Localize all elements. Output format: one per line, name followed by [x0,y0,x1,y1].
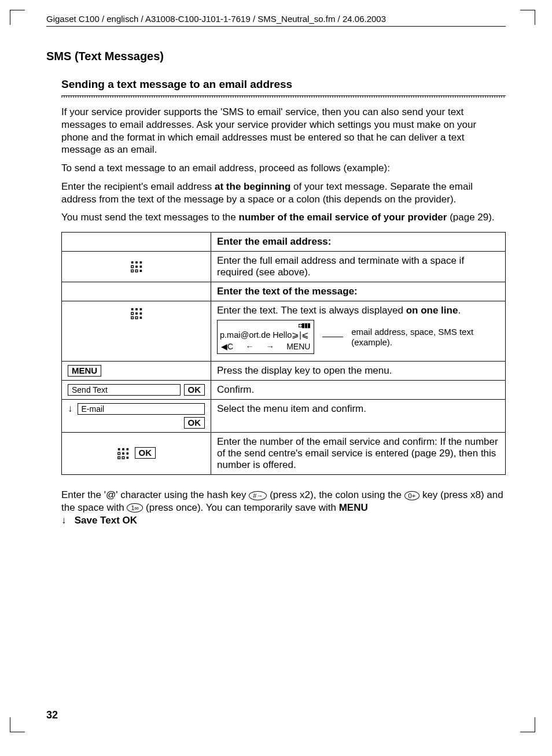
step-heading: Enter the text of the message: [211,282,506,301]
lcd-arrow-right-icon: → [266,342,274,351]
svg-rect-2 [139,261,142,264]
down-arrow-icon: ↓ [68,403,73,415]
svg-rect-21 [122,452,124,455]
step-text: Confirm. [211,381,506,400]
lcd-softkey-menu: MENU [286,342,310,351]
body-text: You must send the text messages to the n… [61,211,506,224]
one-key-icon: 1∞ [127,503,143,512]
save-text-label: Save Text OK [75,515,137,526]
lcd-battery-icon: ◘▮▮▮ [218,320,314,329]
table-row: ↓ E-mail OK Select the menu item and con… [62,400,506,433]
text: Enter the recipient's email address [61,181,215,192]
svg-rect-9 [131,308,133,311]
text-bold: number of the email service of your prov… [239,212,447,223]
body-text: If your service provider supports the 'S… [61,106,506,156]
ok-key: OK [184,417,205,429]
svg-rect-7 [131,270,133,272]
divider [61,95,506,98]
keypad-icon [130,307,143,320]
table-row: Enter the full email address and termina… [62,252,506,282]
callout-line [322,337,343,337]
text: (page 29). [447,212,494,223]
menu-label: MENU [339,502,368,513]
text: (press once). You can temporarily save w… [146,502,339,513]
section-title: SMS (Text Messages) [46,50,506,63]
svg-rect-6 [131,265,133,268]
ok-key: OK [135,447,156,459]
body-text: Enter the recipient's email address at t… [61,180,506,206]
svg-rect-24 [118,452,120,455]
hash-key-icon: #→ [249,491,267,500]
lcd-softkey-back: ◀C [221,342,233,351]
ok-key: OK [184,384,205,396]
text: Enter the text. The text is always displ… [217,305,406,316]
crop-mark-icon [520,717,535,732]
callout-text: email address, space, SMS text (example)… [351,327,499,348]
text: Enter the '@' character using the hash k… [61,489,249,500]
step-text: Press the display key to open the menu. [211,362,506,381]
menu-key: MENU [68,365,101,377]
running-header: Gigaset C100 / englisch / A31008-C100-J1… [46,14,506,27]
table-row: Enter the text. The text is always displ… [62,301,506,362]
svg-rect-10 [135,308,138,311]
step-heading: Enter the email address: [211,233,506,252]
svg-rect-18 [118,448,120,451]
text-bold: on one line [406,305,458,316]
svg-rect-3 [135,265,138,268]
zero-key-icon: 0+ [404,491,420,500]
svg-rect-1 [135,261,138,264]
table-row: MENU Press the display key to open the m… [62,362,506,381]
step-text: Enter the full email address and termina… [211,252,506,282]
svg-rect-0 [131,261,133,264]
svg-rect-25 [118,457,120,459]
keypad-icon [130,260,143,273]
svg-rect-12 [135,312,138,315]
page-number: 32 [46,709,58,721]
table-row: OK Enter the number of the email service… [62,433,506,475]
table-row: Enter the email address: [62,233,506,252]
step-text: Enter the text. The text is always displ… [217,305,499,316]
crop-mark-icon [10,10,25,25]
svg-rect-8 [135,270,138,272]
svg-rect-5 [139,270,142,272]
svg-rect-19 [122,448,124,451]
text: . [458,305,461,316]
svg-rect-20 [126,448,128,451]
svg-rect-13 [139,312,142,315]
svg-rect-11 [139,308,142,311]
text: (press x2), the colon using the [270,489,404,500]
lcd-arrow-left-icon: ← [245,342,253,351]
svg-rect-23 [126,457,128,459]
svg-rect-14 [139,317,142,319]
lcd-text: p.mai@ort.de Hello⩾|⩽ [218,329,314,341]
svg-rect-17 [135,317,138,319]
svg-rect-16 [131,317,133,319]
svg-rect-15 [131,312,133,315]
procedure-table: Enter the email address: Enter the full … [61,232,506,475]
table-row: Enter the text of the message: [62,282,506,301]
svg-rect-22 [126,452,128,455]
text-bold: at the beginning [215,181,290,192]
menu-item-label: E-mail [78,403,205,415]
step-text: Select the menu item and confirm. [211,400,506,433]
crop-mark-icon [10,717,25,732]
menu-item-label: Send Text [68,384,181,396]
footnote-text: Enter the '@' character using the hash k… [61,489,506,526]
text: You must send the text messages to the [61,212,239,223]
svg-rect-4 [139,265,142,268]
table-row: Send Text OK Confirm. [62,381,506,400]
lcd-display: ◘▮▮▮ p.mai@ort.de Hello⩾|⩽ ◀C ← → MENU [217,320,314,354]
keypad-icon [117,447,130,460]
down-arrow-icon: ↓ [61,515,67,526]
svg-rect-26 [122,457,124,459]
step-text: Enter the number of the email service an… [211,433,506,475]
subsection-title: Sending a text message to an email addre… [61,78,506,91]
body-text: To send a text message to an email addre… [61,162,506,175]
crop-mark-icon [520,10,535,25]
